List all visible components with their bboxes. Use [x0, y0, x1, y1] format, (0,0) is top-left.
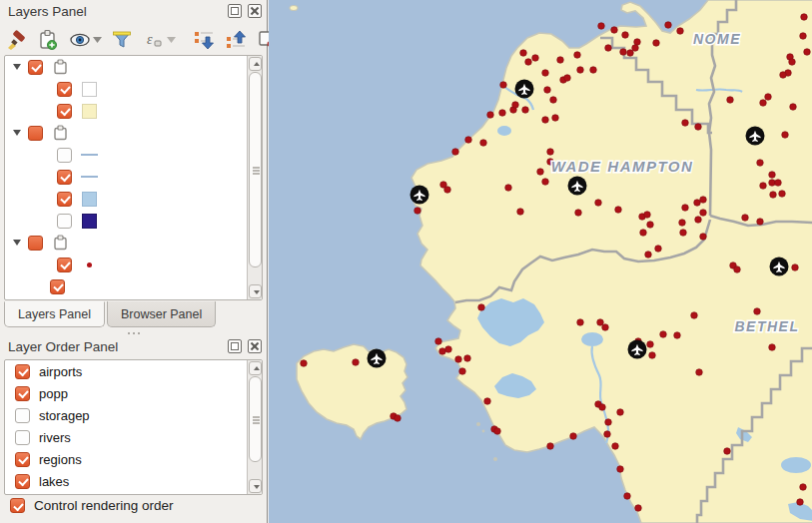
order-item-rivers[interactable]: rivers	[5, 426, 262, 448]
visibility-dropdown-icon[interactable]	[92, 28, 102, 52]
expander-icon[interactable]	[13, 130, 21, 136]
control-rendering-order-checkbox[interactable]	[10, 498, 25, 513]
visibility-checkbox[interactable]	[57, 258, 72, 272]
visibility-checkbox[interactable]	[15, 364, 30, 379]
map-popp-point	[455, 356, 462, 363]
visibility-checkbox[interactable]	[57, 214, 72, 229]
visibility-checkbox[interactable]	[15, 386, 30, 401]
visibility-checkbox[interactable]	[28, 126, 43, 141]
dock-tabs: Layers PanelBrowser Panel	[4, 301, 218, 328]
map-popp-point	[742, 215, 749, 222]
tree-group-group1[interactable]	[5, 232, 262, 254]
map-popp-point	[604, 431, 611, 438]
tree-layer-lakes[interactable]	[5, 188, 262, 210]
map-popp-point	[590, 67, 597, 74]
expander-icon[interactable]	[13, 64, 21, 70]
scrollbar-thumb[interactable]	[249, 376, 262, 462]
map-popp-point	[780, 72, 787, 79]
layers-panel-float-icon[interactable]	[228, 4, 242, 18]
scroll-down-icon[interactable]	[249, 284, 262, 298]
visibility-checkbox[interactable]	[57, 82, 72, 97]
map-popp-point	[769, 180, 776, 187]
layer-order-close-icon[interactable]	[248, 339, 262, 353]
map-popp-point	[665, 22, 672, 29]
map-region-label: NOME	[693, 31, 741, 47]
visibility-checkbox[interactable]	[57, 192, 72, 207]
map-popp-point	[632, 45, 639, 52]
map-popp-point	[500, 82, 507, 89]
visibility-checkbox[interactable]	[57, 104, 72, 119]
order-item-regions[interactable]: regions	[5, 448, 262, 470]
visibility-checkbox[interactable]	[15, 452, 30, 467]
visibility-checkbox[interactable]	[28, 60, 43, 75]
manage-visibility-eye-icon[interactable]	[68, 28, 92, 52]
map-popp-point	[760, 100, 767, 107]
map-popp-point	[680, 230, 687, 237]
map-airport-icon	[568, 177, 587, 196]
order-item-popp[interactable]: popp	[5, 382, 262, 404]
expression-dropdown-icon[interactable]	[166, 28, 176, 52]
visibility-checkbox[interactable]	[50, 279, 65, 294]
scroll-down-icon[interactable]	[249, 479, 262, 493]
map-popp-point	[577, 67, 584, 74]
tab-layers-panel[interactable]: Layers Panel	[4, 301, 105, 327]
expander-icon[interactable]	[13, 240, 21, 246]
collapse-all-icon[interactable]	[224, 28, 248, 52]
visibility-checkbox[interactable]	[57, 148, 72, 163]
map-popp-point	[775, 180, 782, 187]
map-popp-point	[542, 70, 549, 77]
scrollbar-thumb[interactable]	[249, 72, 262, 267]
order-item-lakes[interactable]: lakes	[5, 470, 262, 492]
map-popp-point	[640, 230, 647, 237]
open-layer-styling-icon[interactable]	[4, 28, 28, 52]
map-canvas[interactable]: NOMEWADE HAMPTONBETHEL	[269, 0, 812, 523]
map-popp-point	[649, 352, 656, 359]
map-popp-point	[301, 360, 308, 367]
tree-layer-majrivers[interactable]	[5, 166, 262, 188]
tree-group-water-group[interactable]	[5, 122, 262, 144]
map-popp-point	[598, 23, 605, 30]
visibility-checkbox[interactable]	[15, 408, 30, 423]
layers-panel-close-icon[interactable]	[248, 4, 262, 18]
layer-tree-scrollbar[interactable]	[247, 56, 262, 299]
filter-expression-icon[interactable]: ε	[142, 28, 166, 52]
visibility-checkbox[interactable]	[15, 430, 30, 445]
expand-all-icon[interactable]	[192, 28, 216, 52]
visibility-checkbox[interactable]	[57, 170, 72, 185]
filter-legend-funnel-icon[interactable]	[110, 28, 134, 52]
map-popp-point	[487, 112, 494, 119]
map-popp-point	[765, 94, 772, 101]
tree-layer-alaska[interactable]	[5, 100, 262, 122]
scroll-up-icon[interactable]	[249, 361, 262, 375]
map-popp-point	[800, 33, 807, 40]
tree-layer-airports[interactable]	[5, 275, 262, 297]
map-airport-icon	[628, 340, 647, 359]
visibility-checkbox[interactable]	[28, 236, 43, 251]
map-popp-point	[769, 172, 776, 179]
control-rendering-order-row: Control rendering order	[10, 498, 174, 513]
map-popp-point	[682, 120, 689, 127]
order-item-label: lakes	[39, 474, 69, 489]
layer-order-scrollbar[interactable]	[247, 360, 262, 494]
visibility-checkbox[interactable]	[15, 474, 30, 489]
tree-layer-rivers[interactable]	[5, 144, 262, 166]
map-popp-point	[695, 217, 702, 224]
tree-layer-regions[interactable]	[5, 78, 262, 100]
layers-panel-header: Layers Panel	[0, 0, 268, 24]
map-popp-point	[599, 404, 606, 411]
tab-browser-panel[interactable]: Browser Panel	[107, 301, 216, 327]
map-popp-point	[634, 39, 641, 46]
scroll-up-icon[interactable]	[249, 57, 262, 71]
map-popp-point	[797, 499, 804, 506]
map-popp-point	[532, 55, 539, 62]
map-popp-point	[465, 137, 472, 144]
tree-group-boundaries-group[interactable]	[5, 56, 262, 78]
tree-layer-swamp[interactable]	[5, 210, 262, 232]
map-popp-point	[564, 75, 571, 82]
tree-layer-popp[interactable]	[5, 254, 262, 275]
add-group-icon[interactable]	[36, 28, 60, 52]
order-item-storagep[interactable]: storagep	[5, 404, 262, 426]
map-popp-point	[760, 183, 767, 190]
order-item-airports[interactable]: airports	[5, 360, 262, 382]
layer-order-float-icon[interactable]	[228, 339, 242, 353]
